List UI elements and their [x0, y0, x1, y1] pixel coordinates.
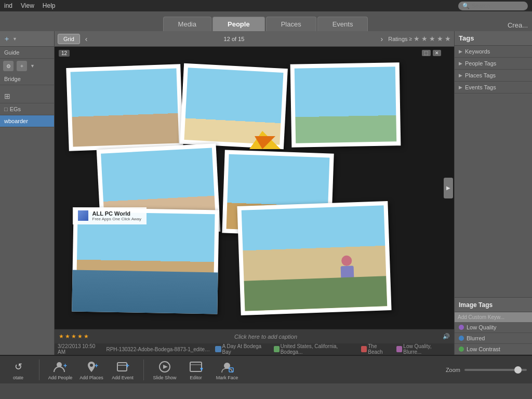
- dropdown-arrow-icon: ▼: [12, 36, 17, 42]
- caption-bar: ★ ★ ★ ★ ★ Click here to add caption 🔊: [55, 329, 454, 343]
- photo-icon-2[interactable]: ✕: [433, 50, 441, 56]
- mark-face-button[interactable]: Mark Face: [214, 360, 240, 380]
- create-button[interactable]: Crea...: [508, 21, 528, 29]
- panel-places-tags[interactable]: ▶ Places Tags: [455, 70, 532, 82]
- sidebar-item-guide[interactable]: Guide: [0, 47, 54, 59]
- tab-people[interactable]: People: [212, 17, 265, 31]
- star-3-icon[interactable]: ★: [429, 35, 435, 43]
- sidebar-item-wboarder[interactable]: wboarder: [0, 115, 54, 127]
- corner-icons: ⬚ ✕: [422, 50, 441, 56]
- zoom-label: Zoom: [446, 367, 460, 373]
- bottom-star-3[interactable]: ★: [71, 333, 76, 340]
- bottom-star-4[interactable]: ★: [77, 333, 83, 340]
- main-nav: Media People Places Events Crea...: [0, 11, 532, 31]
- tab-events[interactable]: Events: [317, 17, 368, 31]
- caption-text[interactable]: Click here to add caption: [89, 334, 443, 340]
- sidebar-plus-icon[interactable]: ＋: [17, 61, 27, 71]
- kite-figure: [249, 131, 281, 149]
- people-tags-arrow-icon: ▶: [459, 61, 462, 66]
- star-2-icon[interactable]: ★: [421, 35, 428, 43]
- photo-display-area[interactable]: 12 ⬚ ✕: [55, 47, 454, 329]
- events-tags-label: Events Tags: [465, 84, 496, 90]
- folder-icon: □: [4, 106, 8, 112]
- sidebar-item-bridge[interactable]: Bridge: [0, 73, 54, 85]
- svg-text:▼: ▼: [199, 366, 203, 372]
- star-1-icon[interactable]: ★: [414, 35, 420, 43]
- bottom-star-1[interactable]: ★: [59, 333, 64, 340]
- prev-arrow-icon[interactable]: ‹: [83, 35, 90, 43]
- sidebar-gear-icon[interactable]: ⚙: [3, 61, 14, 71]
- panel-people-tags[interactable]: ▶ People Tags: [455, 58, 532, 70]
- sidebar-item-egs[interactable]: □ EGs: [0, 103, 54, 115]
- sidebar-wboarder-label: wboarder: [4, 118, 28, 124]
- grid-view-button[interactable]: Grid: [58, 34, 80, 44]
- rotate-label: otate: [13, 375, 23, 380]
- photo-card-7: [237, 201, 391, 315]
- panel-keywords[interactable]: ▶ Keywords: [455, 46, 532, 58]
- svg-marker-8: [163, 365, 168, 369]
- keywords-label: Keywords: [465, 48, 490, 55]
- tag-blurred: Blurred: [455, 333, 532, 344]
- plus-icon: ＋: [3, 34, 10, 44]
- zoom-thumb[interactable]: [514, 366, 522, 374]
- sidebar-add-button[interactable]: ＋ ▼: [0, 31, 54, 47]
- tag-low-contrast: Low Contrast: [455, 344, 532, 355]
- grid-icon: ⊞: [4, 92, 10, 100]
- menu-ind[interactable]: ind: [4, 2, 12, 9]
- bottom-toolbar: ↺ otate + Add People + Add Places: [0, 355, 532, 383]
- tab-media[interactable]: Media: [163, 17, 211, 31]
- mark-face-icon: [219, 360, 235, 374]
- low-quality-label: Low Quality: [467, 324, 496, 330]
- metadata-bar: 3/22/2013 10:50 AM RPH-130322-Adobe-Bode…: [55, 343, 454, 355]
- volume-icon[interactable]: 🔊: [443, 333, 450, 340]
- bottom-star-5[interactable]: ★: [84, 333, 89, 340]
- add-event-button[interactable]: + Add Event: [110, 360, 136, 380]
- sidebar-icon-row: ⚙ ＋ ▼: [0, 59, 54, 73]
- photo-card-3: [290, 62, 401, 148]
- bottom-star-2[interactable]: ★: [65, 333, 70, 340]
- ratings-label: Ratings: [388, 36, 407, 42]
- people-tags-label: People Tags: [465, 60, 496, 66]
- page-number-badge: 12: [59, 50, 70, 57]
- zoom-section: Zoom: [446, 367, 527, 373]
- zoom-slider[interactable]: [464, 369, 527, 371]
- svg-text:+: +: [126, 362, 129, 369]
- rotate-icon: ↺: [10, 360, 26, 374]
- meta-tag1: The Beach: [361, 343, 391, 355]
- watermark: ALL PC World Free Apps One Click Away: [73, 207, 147, 224]
- menu-view[interactable]: View: [21, 2, 34, 9]
- main-layout: ＋ ▼ Guide ⚙ ＋ ▼ Bridge ⊞ □ EGs wboarder: [0, 31, 532, 355]
- keywords-arrow-icon: ▶: [459, 49, 462, 54]
- photo-card-3-inner: [294, 66, 396, 143]
- tag-low-quality: Low Quality: [455, 322, 532, 333]
- sidebar-item-1[interactable]: ⊞: [0, 89, 54, 103]
- add-people-icon: +: [52, 360, 69, 374]
- menu-help[interactable]: Help: [43, 2, 56, 9]
- blurred-label: Blurred: [467, 335, 485, 341]
- add-people-label: Add People: [48, 375, 73, 380]
- photo-icon-1[interactable]: ⬚: [422, 50, 431, 56]
- slideshow-button[interactable]: Slide Show: [152, 360, 178, 380]
- meta-date: 3/22/2013 10:50 AM: [58, 343, 101, 355]
- rotate-button[interactable]: ↺ otate: [5, 360, 31, 380]
- separator-1: [39, 360, 39, 380]
- star-4-icon[interactable]: ★: [437, 35, 443, 43]
- sidebar-dropdown-icon: ▼: [30, 63, 35, 69]
- keyword-input[interactable]: [455, 312, 532, 322]
- meta-location: United States, California, Bodega...: [274, 343, 356, 355]
- add-places-button[interactable]: + Add Places: [78, 360, 104, 380]
- meta-tag2: Low Quality, Blurre...: [396, 343, 448, 355]
- search-input[interactable]: [472, 3, 524, 9]
- next-arrow-icon[interactable]: ›: [379, 35, 385, 43]
- star-5-icon[interactable]: ★: [445, 35, 451, 43]
- watermark-title: ALL PC World: [92, 210, 142, 217]
- add-people-button[interactable]: + Add People: [47, 360, 73, 380]
- svg-point-2: [90, 364, 93, 367]
- low-quality-dot-icon: [459, 325, 464, 330]
- editor-button[interactable]: ▼ Editor: [183, 360, 209, 380]
- scroll-right-button[interactable]: ▶: [444, 178, 453, 198]
- watermark-subtitle: Free Apps One Click Away: [92, 217, 142, 221]
- tab-places[interactable]: Places: [266, 17, 316, 31]
- panel-events-tags[interactable]: ▶ Events Tags: [455, 82, 532, 94]
- menu-bar: ind View Help 🔍: [0, 0, 532, 11]
